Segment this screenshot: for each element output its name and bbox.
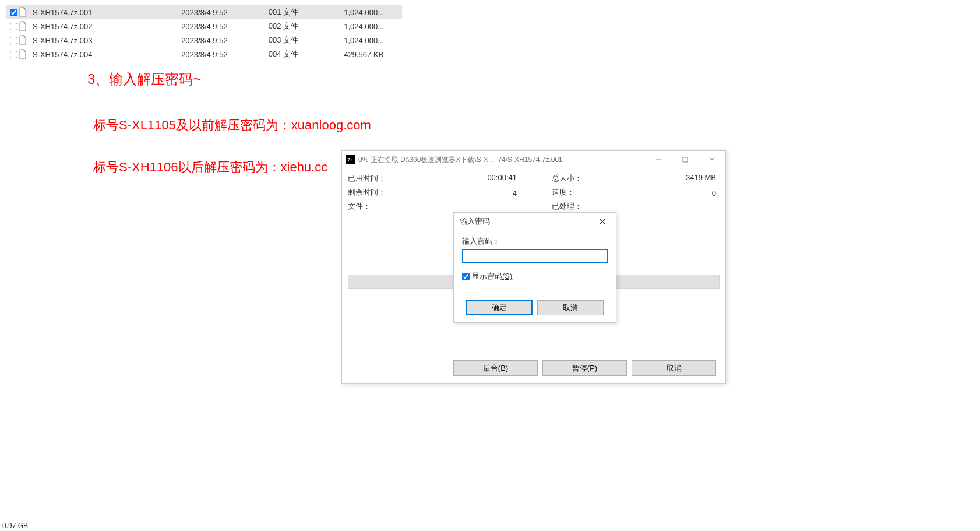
show-password-label: 显示密码(S) (472, 271, 512, 282)
file-checkbox[interactable] (9, 9, 19, 16)
file-type: 002 文件 (269, 21, 344, 31)
file-label: 文件： (348, 201, 412, 212)
password-dialog-title: 输入密码 (460, 216, 490, 227)
file-checkbox[interactable] (9, 23, 19, 30)
file-size: 429,567 KB (344, 50, 402, 59)
annotation-step: 3、输入解压密码~ (87, 70, 201, 89)
status-left: 0.97 GB (2, 522, 28, 530)
svg-rect-3 (683, 157, 688, 162)
file-row[interactable]: S-XH1574.7z.0022023/8/4 9:52002 文件1,024,… (6, 19, 402, 33)
password-ok-button[interactable]: 确定 (466, 300, 533, 315)
minimize-button[interactable] (645, 151, 672, 168)
show-password-checkbox-input[interactable] (462, 273, 470, 280)
totalsize-value: 3419 MB (622, 173, 716, 182)
processed-label: 已处理： (552, 201, 622, 212)
password-dialog-titlebar[interactable]: 输入密码 (454, 213, 616, 230)
file-date: 2023/8/4 9:52 (181, 22, 269, 31)
password-dialog-close-button[interactable] (589, 213, 616, 230)
file-row[interactable]: S-XH1574.7z.0032023/8/4 9:52003 文件1,024,… (6, 33, 402, 47)
password-label: 输入密码： (462, 236, 608, 247)
extract-stats: 已用时间： 剩余时间： 文件： 00:00:41 4 总大小： 速度： 已处理：… (342, 168, 725, 219)
file-row[interactable]: S-XH1574.7z.0042023/8/4 9:52004 文件429,56… (6, 47, 402, 61)
file-name: S-XH1574.7z.002 (30, 22, 181, 31)
file-checkbox[interactable] (9, 51, 19, 58)
remaining-label: 剩余时间： (348, 187, 412, 198)
extract-title: 0% 正在提取 D:\360极速浏览器X下载\S-X ... 74\S-XH15… (358, 155, 645, 165)
file-name: S-XH1574.7z.003 (30, 36, 181, 45)
close-button[interactable] (699, 151, 725, 168)
processed-value: 0 (622, 189, 716, 198)
file-row[interactable]: S-XH1574.7z.0012023/8/4 9:52001 文件1,024,… (6, 5, 402, 19)
file-icon (19, 21, 30, 31)
status-bar: 0.97 GB (0, 521, 980, 531)
file-size: 1,024,000... (344, 36, 402, 45)
file-type: 003 文件 (269, 35, 344, 45)
file-date: 2023/8/4 9:52 (181, 36, 269, 45)
show-password-checkbox[interactable]: 显示密码(S) (462, 271, 608, 282)
file-size: 1,024,000... (344, 8, 402, 17)
speed-label: 速度： (552, 187, 622, 198)
file-value: 4 (412, 189, 517, 198)
cancel-button[interactable]: 取消 (632, 360, 716, 376)
elapsed-label: 已用时间： (348, 173, 412, 184)
file-size: 1,024,000... (344, 22, 402, 31)
file-type: 001 文件 (269, 7, 344, 17)
elapsed-value: 00:00:41 (412, 173, 517, 182)
file-list: S-XH1574.7z.0012023/8/4 9:52001 文件1,024,… (6, 5, 402, 61)
pause-button[interactable]: 暂停(P) (542, 360, 627, 376)
password-input[interactable] (462, 249, 608, 263)
file-icon (19, 7, 30, 17)
file-name: S-XH1574.7z.004 (30, 50, 181, 59)
extract-titlebar[interactable]: 7z 0% 正在提取 D:\360极速浏览器X下载\S-X ... 74\S-X… (342, 151, 725, 168)
maximize-button[interactable] (672, 151, 699, 168)
file-date: 2023/8/4 9:52 (181, 50, 269, 59)
password-dialog: 输入密码 输入密码： 显示密码(S) 确定 取消 (453, 212, 616, 323)
password-cancel-button[interactable]: 取消 (537, 300, 604, 315)
file-date: 2023/8/4 9:52 (181, 8, 269, 17)
file-icon (19, 35, 30, 45)
file-icon (19, 49, 30, 59)
file-type: 004 文件 (269, 49, 344, 59)
sevenzip-icon: 7z (346, 155, 355, 164)
background-button[interactable]: 后台(B) (453, 360, 538, 376)
annotation-password1: 标号S-XL1105及以前解压密码为：xuanloog.com (93, 117, 371, 134)
annotation-password2: 标号S-XH1106以后解压密码为：xiehu.cc (93, 159, 327, 176)
totalsize-label: 总大小： (552, 173, 622, 184)
file-name: S-XH1574.7z.001 (30, 8, 181, 17)
file-checkbox[interactable] (9, 37, 19, 44)
